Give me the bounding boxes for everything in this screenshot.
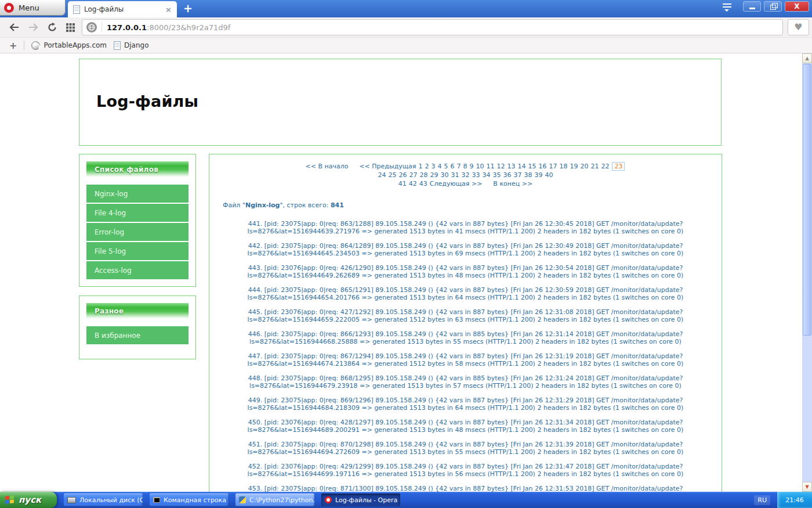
page-link-10[interactable]: 10 [476, 163, 484, 170]
page-link-15[interactable]: 15 [528, 163, 536, 170]
page-link-34[interactable]: 34 [483, 171, 491, 179]
pagination-last[interactable]: В конец >> [493, 180, 532, 188]
page-link-22[interactable]: 22 [601, 163, 609, 170]
address-divider [102, 22, 102, 33]
page-link-3[interactable]: 3 [431, 163, 435, 170]
page-link-38[interactable]: 38 [524, 171, 532, 179]
task-label: Командная строка [164, 496, 226, 504]
new-tab-button[interactable]: + [183, 2, 193, 15]
sidebar-item-file-5-log[interactable]: File 5-log [86, 242, 188, 260]
pagination-line2: 414243Следующая >>В конец >> [220, 179, 711, 188]
sidebar-item-access-log[interactable]: Access-log [86, 261, 188, 279]
page-link-17[interactable]: 17 [549, 163, 557, 170]
tab-menu-icon[interactable] [722, 3, 732, 12]
page-link-21[interactable]: 21 [590, 163, 599, 170]
task-python[interactable]: C:\Python27\python.... [235, 493, 314, 506]
page-link-14[interactable]: 14 [517, 163, 525, 170]
page-link-35[interactable]: 35 [493, 171, 501, 179]
start-button[interactable]: пуск [0, 492, 57, 508]
task-cmd[interactable]: Командная строка [150, 493, 229, 506]
log-entry: 446. [pid: 23075|app: 0|req: 866/1293] 8… [220, 330, 711, 345]
page-link-11[interactable]: 11 [486, 163, 494, 170]
bookmark-heart-button[interactable]: ♥ [788, 19, 809, 35]
opera-menu-button[interactable]: Menu [0, 0, 66, 16]
page-link-39[interactable]: 39 [535, 171, 543, 179]
page-link-2[interactable]: 2 [425, 163, 429, 170]
log-entry: 450. [pid: 23076|app: 0|req: 428/1297] 8… [220, 419, 711, 434]
log-entry: 442. [pid: 23075|app: 0|req: 864/1289] 8… [220, 242, 711, 257]
page-link-29[interactable]: 29 [430, 171, 438, 179]
page-link-41[interactable]: 41 [398, 180, 407, 188]
language-indicator[interactable]: RU [754, 495, 770, 505]
bookmark-portableapps[interactable]: PortableApps.com [31, 41, 107, 50]
log-entry-line1: 451. [pid: 23075|app: 0|req: 870/1298] 8… [220, 441, 711, 448]
page-link-12[interactable]: 12 [496, 163, 505, 170]
maximize-button[interactable] [764, 1, 782, 12]
page-link-27[interactable]: 27 [409, 171, 418, 179]
page-link-8[interactable]: 8 [463, 163, 467, 170]
page-link-1[interactable]: 1 [418, 163, 422, 170]
log-entry: 447. [pid: 23075|app: 0|req: 867/1294] 8… [220, 352, 711, 368]
forward-button[interactable] [28, 23, 38, 31]
sidebar-item-favorites[interactable]: В избранное [86, 326, 188, 344]
page-link-37[interactable]: 37 [514, 171, 522, 179]
page-link-20[interactable]: 20 [580, 163, 588, 170]
back-button[interactable] [9, 23, 19, 31]
site-globe-icon[interactable] [86, 22, 97, 33]
pagination-prev[interactable]: << Предыдущая [359, 163, 416, 170]
page-link-18[interactable]: 18 [559, 163, 567, 170]
log-entry-line2: ls=8276&lat=1516944699.197116 => generat… [220, 470, 711, 478]
page-link-5[interactable]: 5 [444, 163, 448, 170]
log-entry: 453. [pid: 23075|app: 0|req: 871/1300] 8… [220, 485, 711, 492]
page-link-30[interactable]: 30 [441, 171, 449, 179]
page-link-16[interactable]: 16 [538, 163, 546, 170]
close-button[interactable]: X [785, 1, 809, 12]
browser-toolbar: 127.0.0.1:8000/23&h9r2a71d9f ♥ [0, 17, 812, 38]
scrollbar-thumb[interactable] [803, 64, 811, 336]
speed-dial-button[interactable] [66, 23, 75, 32]
page-link-13[interactable]: 13 [507, 163, 515, 170]
sidebar-item-file-4-log[interactable]: File 4-log [86, 204, 188, 222]
system-tray: RU 21:46 [754, 492, 812, 508]
page-viewport: Log-файлы Список файлов Nginx-logFile 4-… [0, 53, 812, 492]
file-info-suffix: ", строк всего: [280, 201, 331, 209]
tab-close-icon[interactable]: × [165, 5, 172, 14]
sidebar-item-nginx-log[interactable]: Nginx-log [86, 185, 188, 203]
page-link-26[interactable]: 26 [399, 171, 407, 179]
page-link-24[interactable]: 24 [378, 171, 386, 179]
url-text[interactable]: 127.0.0.1:8000/23&h9r2a71d9f [107, 23, 230, 32]
task-opera[interactable]: Log-файлы - Opera [321, 493, 400, 506]
scroll-down-button[interactable]: ▼ [802, 482, 812, 492]
page-link-36[interactable]: 36 [503, 171, 512, 179]
pagination-first[interactable]: << В начало [306, 163, 349, 170]
minimize-button[interactable] [743, 1, 761, 12]
page-scrollbar[interactable]: ▲ ▼ [802, 53, 812, 492]
portableapps-icon [31, 41, 40, 50]
page-link-42[interactable]: 42 [409, 180, 417, 188]
page-link-40[interactable]: 40 [545, 171, 553, 179]
page-link-4[interactable]: 4 [437, 163, 441, 170]
page-link-7[interactable]: 7 [456, 163, 461, 170]
log-entry-line1: 446. [pid: 23075|app: 0|req: 866/1293] 8… [220, 330, 711, 338]
browser-tab[interactable]: Log-файлы × [68, 1, 177, 17]
page-link-25[interactable]: 25 [389, 171, 397, 179]
page-link-19[interactable]: 19 [570, 163, 578, 170]
task-local-disk[interactable]: Локальный диск (C:) [64, 493, 143, 506]
page-link-31[interactable]: 31 [451, 171, 459, 179]
page-title: Log-файлы [79, 59, 721, 110]
page-link-32[interactable]: 32 [462, 171, 470, 179]
clock[interactable]: 21:46 [777, 492, 812, 508]
bookmark-django[interactable]: Django [114, 41, 149, 50]
reload-button[interactable] [48, 23, 57, 32]
url-path: :8000/23&h9r2a71d9f [147, 23, 230, 32]
page-link-28[interactable]: 28 [420, 171, 428, 179]
sidebar-item-error-log[interactable]: Error-log [86, 223, 188, 241]
scroll-up-button[interactable]: ▲ [802, 53, 812, 63]
address-bar[interactable]: 127.0.0.1:8000/23&h9r2a71d9f [82, 19, 783, 35]
page-link-9[interactable]: 9 [469, 163, 473, 170]
add-bookmark-button[interactable]: + [9, 40, 17, 51]
pagination-next[interactable]: Следующая >> [430, 180, 483, 188]
page-link-33[interactable]: 33 [472, 171, 480, 179]
page-link-6[interactable]: 6 [450, 163, 454, 170]
page-link-43[interactable]: 43 [419, 180, 427, 188]
